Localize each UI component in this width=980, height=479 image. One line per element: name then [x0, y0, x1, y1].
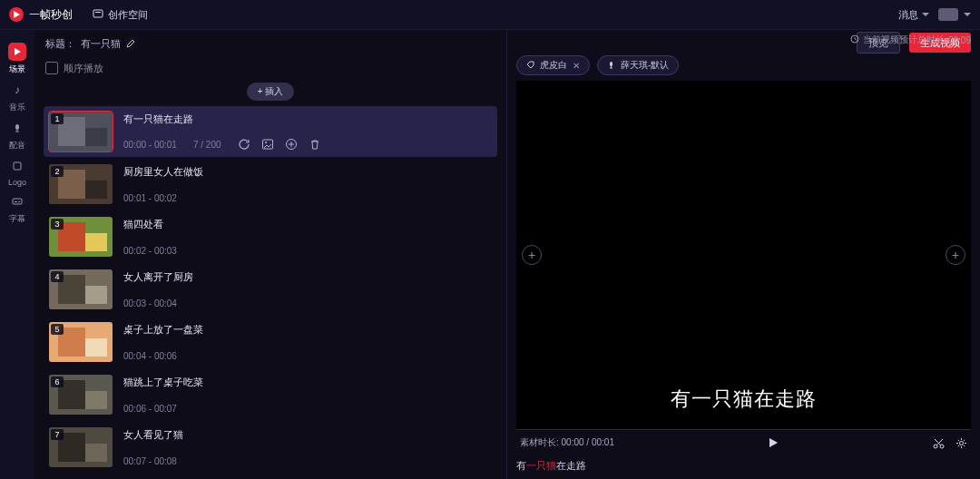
scene-time: 00:01 - 00:02 [123, 193, 177, 203]
scene-meta: 00:02 - 00:03 [123, 246, 492, 256]
delete-icon[interactable] [309, 138, 321, 151]
svg-rect-28 [85, 391, 107, 409]
preview-subtitle: 有一只猫在走路 [516, 386, 971, 413]
rail-scene[interactable]: 场景 [0, 43, 34, 75]
rail-label: 字幕 [9, 213, 25, 225]
svg-rect-25 [85, 338, 107, 357]
edit-title-icon[interactable] [126, 39, 135, 48]
rail-logo[interactable]: Logo [0, 157, 34, 187]
scene-index: 7 [51, 429, 64, 440]
video-preview: + + 有一只猫在走路 [516, 81, 971, 429]
scene-meta: 00:07 - 00:08 [123, 456, 492, 466]
scene-index: 2 [51, 166, 64, 177]
refresh-icon[interactable] [238, 138, 250, 151]
clip-time-label: 素材时长: 00:00 / 00:01 [516, 436, 614, 449]
caption-pre: 有 [516, 460, 526, 471]
scene-row[interactable]: 2厨房里女人在做饭00:01 - 00:02 [44, 159, 497, 210]
scene-row[interactable]: 1有一只猫在走路00:00 - 00:017 / 200 [44, 106, 497, 157]
scene-index: 1 [51, 113, 64, 124]
gear-icon[interactable] [956, 437, 967, 449]
scene-thumbnail[interactable]: 2 [49, 164, 113, 204]
scene-title: 猫跳上了桌子吃菜 [123, 376, 492, 389]
scene-title: 厨房里女人在做饭 [123, 165, 492, 179]
scene-row[interactable]: 7女人看见了猫00:07 - 00:08 [44, 422, 497, 473]
scene-index: 5 [51, 324, 64, 335]
scene-thumbnail[interactable]: 4 [49, 269, 113, 309]
scene-meta: 00:01 - 00:02 [123, 193, 492, 203]
scene-meta: 00:00 - 00:017 / 200 [123, 138, 492, 151]
scene-title: 有一只猫在走路 [123, 112, 492, 126]
scene-actions [238, 138, 321, 151]
mic-icon [607, 61, 615, 71]
title-value: 有一只猫 [81, 37, 121, 51]
scene-row[interactable]: 6猫跳上了桌子吃菜00:06 - 00:07 [44, 369, 497, 420]
title-prefix: 标题： [45, 37, 75, 51]
scene-thumbnail[interactable]: 3 [49, 217, 113, 257]
scene-row[interactable]: 4女人离开了厨房00:03 - 00:04 [44, 264, 497, 315]
svg-point-12 [265, 142, 267, 143]
logo-icon [8, 157, 26, 175]
cut-icon[interactable] [933, 437, 945, 449]
music-icon: ♪ [8, 81, 26, 99]
caption-bar: 有一只猫在走路 [516, 455, 971, 479]
notifications-link[interactable]: 消息 [898, 8, 929, 22]
brand: 一帧秒创 [9, 7, 73, 23]
notifications-label: 消息 [898, 8, 918, 22]
scene-meta: 00:04 - 00:06 [123, 351, 492, 361]
preview-tags: 虎皮白✕薛天琪-默认 [507, 50, 980, 81]
playback-controls: 素材时长: 00:00 / 00:01 [516, 429, 971, 455]
chevron-down-icon [922, 13, 929, 16]
scene-list: 1有一只猫在走路00:00 - 00:017 / 2002厨房里女人在做饭00:… [34, 106, 506, 479]
caption-highlight: 一只猫 [526, 460, 556, 471]
scene-row[interactable]: 5桌子上放了一盘菜00:04 - 00:06 [44, 317, 497, 367]
rail-sub[interactable]: 字幕 [0, 192, 34, 225]
preview-tag[interactable]: 薛天琪-默认 [597, 55, 679, 75]
workspace-icon [93, 8, 103, 21]
caption-post: 在走路 [556, 460, 586, 471]
topbar: 一帧秒创 创作空间 消息 [0, 0, 980, 30]
rail-label: 音乐 [9, 102, 25, 113]
insert-button[interactable]: + 插入 [247, 83, 295, 101]
scene-row[interactable]: 8女人把猫赶走了 [44, 474, 497, 479]
rail-voice[interactable]: 配音 [0, 119, 34, 152]
scene-body: 桌子上放了一盘菜00:04 - 00:06 [123, 322, 492, 362]
clock-icon [850, 34, 859, 45]
side-rail: 场景♪音乐配音Logo字幕 [0, 30, 34, 479]
scene-thumbnail[interactable]: 1 [49, 112, 113, 152]
next-scene-button[interactable]: + [946, 245, 965, 265]
add-icon[interactable] [285, 138, 298, 151]
svg-rect-1 [93, 10, 103, 17]
insert-bar: + 插入 [34, 79, 506, 106]
order-play-checkbox[interactable] [45, 62, 58, 74]
scene-body: 厨房里女人在做饭00:01 - 00:02 [123, 164, 492, 204]
scene-thumbnail[interactable]: 7 [49, 427, 113, 467]
total-duration-label: 当前视频预计总时长 [863, 34, 945, 46]
prev-scene-button[interactable]: + [522, 245, 542, 265]
scene-body: 猫四处看00:02 - 00:03 [123, 217, 492, 257]
workspace-label: 创作空间 [108, 8, 148, 22]
scene-body: 猫跳上了桌子吃菜00:06 - 00:07 [123, 375, 492, 415]
close-icon[interactable]: ✕ [573, 61, 580, 71]
user-menu[interactable] [938, 8, 971, 21]
play-button[interactable] [767, 436, 779, 449]
scene-panel: 标题： 有一只猫 顺序播放 + 插入 1有一只猫在走路00:00 - 00:01… [34, 30, 507, 479]
workspace-link[interactable]: 创作空间 [93, 8, 148, 22]
total-duration-value: 00:09 [948, 35, 971, 45]
order-play-label: 顺序播放 [64, 62, 103, 75]
preview-tag[interactable]: 虎皮白✕ [516, 55, 590, 75]
rail-music[interactable]: ♪音乐 [0, 81, 34, 113]
image-icon[interactable] [261, 138, 274, 151]
scene-thumbnail[interactable]: 5 [49, 322, 113, 362]
order-play-row: 顺序播放 [34, 57, 506, 79]
total-duration: 当前视频预计总时长 00:09 [507, 30, 980, 50]
svg-rect-7 [18, 201, 20, 202]
scene-index: 4 [51, 271, 64, 282]
tag-label: 虎皮白 [540, 59, 567, 72]
rail-label: 配音 [9, 140, 25, 152]
scene-thumbnail[interactable]: 6 [49, 375, 113, 415]
scene-row[interactable]: 3猫四处看00:02 - 00:03 [44, 211, 497, 262]
scene-meta: 00:06 - 00:07 [123, 404, 492, 414]
scene-meta: 00:03 - 00:04 [123, 298, 492, 308]
scene-body: 女人离开了厨房00:03 - 00:04 [123, 269, 492, 309]
scene-title: 女人离开了厨房 [123, 270, 492, 284]
